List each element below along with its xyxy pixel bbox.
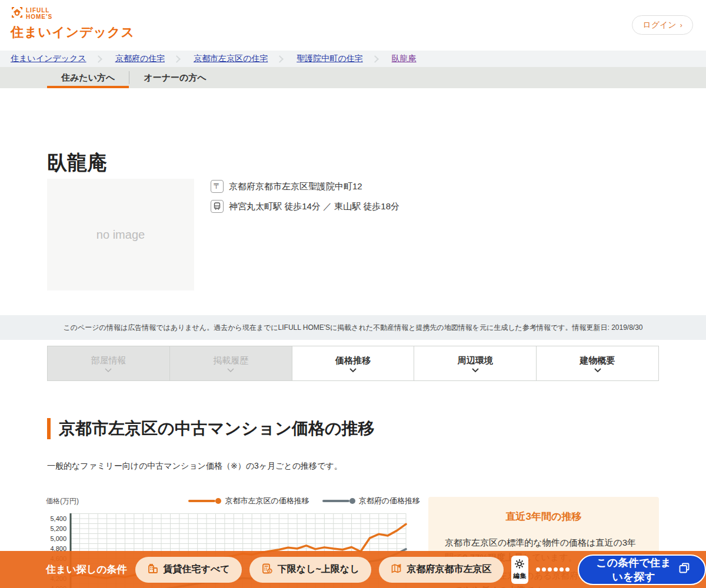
trend-panel-title: 直近3年間の推移	[445, 510, 642, 523]
homes-house-icon	[11, 6, 24, 21]
notice-band: このページの情報は広告情報ではありません。過去から現在までにLIFULL HOM…	[0, 315, 706, 340]
login-label: ログイン	[642, 20, 676, 31]
audience-tab-bar: 住みたい方へ オーナーの方へ	[0, 67, 706, 88]
page: LIFULLHOME'S 住まいインデックス ログイン › 住まいインデックス …	[0, 0, 706, 588]
calculator-icon: ¥	[261, 563, 273, 577]
section-tabs: 部屋情報 掲載履歴 価格推移 周辺環境 建物概要	[47, 346, 659, 381]
tab-surroundings[interactable]: 周辺環境	[414, 346, 537, 381]
legend-label: 京都府の価格推移	[359, 496, 420, 506]
notice-text: このページの情報は広告情報ではありません。過去から現在までにLIFULL HOM…	[63, 323, 642, 333]
logo-line2: HOME'S	[26, 14, 52, 20]
search-condition-bar: 住まい探しの条件 賃貸住宅すべて ¥ 下限なし~上限なし 京都府京都市左京区 編…	[0, 551, 706, 588]
chevron-down-icon	[349, 368, 357, 372]
legend-line-gray	[322, 500, 349, 502]
access-text: 神宮丸太町駅 徒歩14分 ／ 東山駅 徒歩18分	[229, 201, 399, 212]
chevron-right-icon	[173, 55, 181, 63]
access-row: 神宮丸太町駅 徒歩14分 ／ 東山駅 徒歩18分	[211, 200, 399, 213]
site-header: LIFULLHOME'S 住まいインデックス ログイン ›	[0, 0, 706, 51]
chevron-down-icon	[472, 368, 479, 372]
login-button[interactable]: ログイン ›	[632, 15, 693, 35]
svg-text:5,000: 5,000	[50, 535, 66, 542]
spacer	[0, 67, 47, 88]
filter-price-range[interactable]: ¥ 下限なし~上限なし	[249, 557, 371, 583]
section-description: 一般的なファミリー向けの中古マンション価格（※）の3ヶ月ごとの推移です。	[47, 461, 342, 472]
chevron-right-icon	[371, 55, 379, 63]
tab-residents[interactable]: 住みたい方へ	[47, 67, 129, 88]
tab-room-info: 部屋情報	[47, 346, 170, 381]
chevron-down-icon	[227, 368, 234, 372]
svg-text:5,400: 5,400	[50, 515, 66, 522]
chart-legend: 京都市左京区の価格推移 京都府の価格推移	[188, 496, 420, 506]
no-image-label: no image	[96, 228, 145, 242]
tab-label: 周辺環境	[458, 355, 493, 366]
more-conditions-dots	[536, 567, 570, 572]
section-title: 京都市左京区の中古マンション価格の推移	[59, 417, 375, 440]
heading-accent-bar	[47, 418, 51, 439]
breadcrumb-current[interactable]: 臥龍庵	[392, 54, 417, 64]
tab-owners[interactable]: オーナーの方へ	[129, 67, 220, 88]
price-section-heading: 京都市左京区の中古マンション価格の推移	[47, 417, 375, 440]
breadcrumb-home[interactable]: 住まいインデックス	[11, 54, 86, 64]
tab-label: 掲載履歴	[213, 355, 248, 366]
legend-item-prefecture: 京都府の価格推移	[322, 496, 420, 506]
legend-item-ward: 京都市左京区の価格推移	[188, 496, 309, 506]
chevron-down-icon	[594, 368, 601, 372]
edit-conditions-button[interactable]: 編集	[511, 556, 529, 584]
condition-bar-label: 住まい探しの条件	[46, 563, 127, 576]
external-link-icon	[679, 563, 690, 576]
chevron-down-icon	[105, 368, 112, 372]
site-title[interactable]: 住まいインデックス	[11, 24, 135, 41]
legend-line-orange	[188, 500, 215, 502]
tab-label: 価格推移	[335, 355, 371, 366]
address-text: 京都府京都市左京区聖護院中町12	[229, 181, 362, 192]
y-axis-unit-label: 価格(万円)	[46, 496, 79, 506]
search-button-label: この条件で住まいを探す	[594, 556, 673, 584]
site-logo[interactable]: LIFULLHOME'S 住まいインデックス	[11, 6, 135, 41]
breadcrumb-prefecture[interactable]: 京都府の住宅	[115, 54, 165, 64]
map-icon	[391, 563, 402, 577]
property-name: 臥龍庵	[47, 149, 107, 176]
tab-label: 部屋情報	[91, 355, 126, 366]
breadcrumb-town[interactable]: 聖護院中町の住宅	[297, 54, 362, 64]
legend-dot-gray	[349, 498, 355, 504]
chart-header: 価格(万円) 京都市左京区の価格推移 京都府の価格推移	[46, 496, 420, 506]
filter-area[interactable]: 京都府京都市左京区	[379, 557, 504, 583]
tab-owners-label: オーナーの方へ	[144, 72, 206, 83]
tab-price-trend[interactable]: 価格推移	[292, 346, 415, 381]
svg-text:¥: ¥	[269, 569, 271, 573]
legend-dot-orange	[215, 498, 221, 504]
legend-label: 京都市左京区の価格推移	[225, 496, 309, 506]
tab-listing-history: 掲載履歴	[170, 346, 292, 381]
tab-residents-label: 住みたい方へ	[61, 72, 115, 83]
chevron-right-icon: ›	[680, 21, 682, 29]
chevron-right-icon	[276, 55, 284, 63]
search-with-conditions-button[interactable]: この条件で住まいを探す	[578, 554, 706, 585]
gear-icon	[514, 559, 525, 571]
edit-label: 編集	[513, 572, 526, 580]
address-row: 〒 京都府京都市左京区聖護院中町12	[211, 180, 399, 193]
filter-property-type[interactable]: 賃貸住宅すべて	[135, 557, 242, 583]
filter-label: 京都府京都市左京区	[407, 563, 492, 576]
tab-building-overview[interactable]: 建物概要	[537, 346, 659, 381]
breadcrumb: 住まいインデックス 京都府の住宅 京都市左京区の住宅 聖護院中町の住宅 臥龍庵	[0, 51, 706, 67]
property-photo-placeholder: no image	[47, 179, 194, 290]
filter-label: 賃貸住宅すべて	[164, 563, 230, 576]
filter-label: 下限なし~上限なし	[278, 563, 359, 576]
logo-line1: LIFULL	[26, 7, 49, 14]
train-icon	[211, 200, 224, 213]
building-icon	[147, 563, 159, 577]
tab-label: 建物概要	[580, 355, 615, 366]
property-info: 〒 京都府京都市左京区聖護院中町12 神宮丸太町駅 徒歩14分 ／ 東山駅 徒歩…	[211, 180, 399, 220]
postal-mark-icon: 〒	[211, 180, 224, 193]
svg-text:5,200: 5,200	[50, 525, 66, 532]
chevron-right-icon	[95, 55, 102, 63]
breadcrumb-city[interactable]: 京都市左京区の住宅	[194, 54, 268, 64]
